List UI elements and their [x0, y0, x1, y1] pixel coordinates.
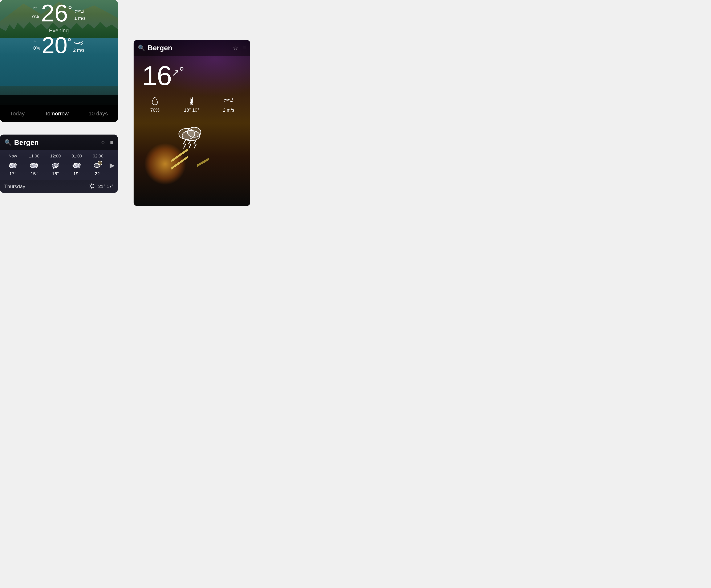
stats-row: 70% 18° 10° 2 m/s: [134, 91, 250, 117]
tab-today[interactable]: Today: [6, 109, 29, 118]
daily-row-thursday: Thursday 21° 17°: [0, 180, 118, 193]
thermometer-icon: [186, 96, 197, 106]
city-name: Bergen: [14, 138, 96, 146]
wind-stat: 2 m/s: [223, 96, 234, 113]
rain-percent-top: 0%: [32, 14, 39, 20]
hour-item-0100: 01:00 19°: [66, 154, 87, 177]
wind-speed-evening: 2 m/s: [73, 47, 85, 53]
hour-temp-1100: 15°: [30, 171, 38, 177]
rain-icon-top: [32, 7, 39, 14]
svg-line-13: [34, 40, 34, 42]
hour-label-1200: 12:00: [50, 154, 61, 159]
svg-line-1: [34, 7, 34, 9]
hour-item-now: Now 17°: [2, 154, 23, 177]
hour-item-0200: 02:00 22°: [87, 154, 109, 177]
svg-line-2: [35, 7, 35, 9]
hour-label-now: Now: [8, 154, 17, 159]
svg-point-28: [9, 164, 16, 168]
wind-icon-evening: [73, 40, 85, 46]
svg-point-33: [54, 163, 59, 167]
wind-stat-evening: 2 m/s: [73, 40, 85, 53]
humidity-icon: [150, 96, 160, 106]
sun-icon-daily: [88, 183, 96, 190]
temp-range-stat: 18° 10°: [184, 96, 199, 113]
tab-10days[interactable]: 10 days: [84, 109, 112, 118]
menu-icon-right[interactable]: ≡: [243, 45, 246, 51]
rain-percent-evening: 0%: [33, 45, 40, 51]
svg-point-39: [73, 164, 80, 168]
hour-item-1100: 11:00 15°: [23, 154, 45, 177]
widget-hourly-forecast: 🔍 Bergen ☆ ≡ Now 17° 11:00: [0, 135, 118, 193]
wind-icon-right: [223, 96, 234, 106]
svg-line-15: [36, 40, 36, 42]
day-label: Thursday: [4, 183, 88, 189]
svg-line-52: [93, 187, 94, 188]
hour-label-1100: 11:00: [29, 154, 39, 159]
hour-temp-now: 17°: [9, 171, 16, 177]
city-name-right: Bergen: [148, 44, 228, 52]
wind-value-right: 2 m/s: [223, 108, 234, 113]
search-icon-right[interactable]: 🔍: [138, 44, 145, 51]
hour-temp-1200: 16°: [52, 171, 59, 177]
humidity-stat: 70%: [150, 96, 160, 113]
scroll-arrow[interactable]: ▶: [109, 161, 116, 169]
humidity-value: 70%: [150, 108, 159, 113]
right-widget-header: 🔍 Bergen ☆ ≡: [134, 40, 250, 56]
wind-speed-top: 1 m/s: [74, 16, 86, 21]
favorite-icon[interactable]: ☆: [100, 139, 106, 146]
thunderstorm-icon: [175, 121, 209, 149]
svg-line-14: [35, 40, 35, 42]
wind-icon-top: [74, 8, 86, 15]
forecast-tabs: Today Tomorrow 10 days: [0, 105, 118, 122]
storm-weather-icon: [134, 117, 250, 151]
hour-icon-now: [7, 160, 18, 169]
rain-stat-top: 0%: [32, 7, 39, 20]
hour-temp-0100: 19°: [73, 171, 80, 177]
temp-evening: 20°: [40, 33, 73, 57]
widget-tomorrow-forecast: 0% 26°: [0, 0, 118, 122]
hour-icon-1200: [50, 160, 61, 169]
svg-point-31: [31, 164, 38, 168]
svg-line-54: [90, 187, 90, 188]
svg-rect-57: [191, 99, 192, 103]
temp-main-top: 26°: [39, 1, 74, 25]
svg-line-16: [37, 40, 37, 42]
hour-label-0200: 02:00: [93, 154, 103, 159]
rain-icon-evening: [33, 40, 40, 44]
widget-header: 🔍 Bergen ☆ ≡: [0, 135, 118, 150]
svg-point-61: [182, 131, 200, 141]
hour-icon-0100: [71, 160, 82, 169]
temp-range-value: 18° 10°: [184, 108, 199, 113]
hour-icon-0200: [93, 160, 103, 169]
hour-label-0100: 01:00: [71, 154, 82, 159]
svg-point-58: [191, 103, 192, 104]
svg-line-53: [93, 184, 94, 185]
widget-storm-detail: 🔍 Bergen ☆ ≡ 16↗° 70%: [134, 40, 250, 206]
svg-point-46: [90, 185, 93, 187]
svg-line-51: [90, 184, 90, 185]
hour-temp-0200: 22°: [95, 171, 102, 177]
main-temperature: 16↗°: [134, 56, 250, 91]
tab-tomorrow[interactable]: Tomorrow: [40, 109, 73, 118]
wind-stat-top: 1 m/s: [74, 8, 86, 21]
svg-line-0: [33, 7, 34, 9]
search-icon[interactable]: 🔍: [4, 139, 12, 146]
svg-line-3: [36, 7, 36, 9]
hourly-row: Now 17° 11:00: [0, 150, 118, 180]
hour-icon-1100: [29, 160, 39, 169]
hour-item-1200: 12:00 16°: [45, 154, 66, 177]
daily-temps: 21° 17°: [98, 184, 114, 189]
favorite-icon-right[interactable]: ☆: [233, 44, 238, 51]
menu-icon[interactable]: ≡: [110, 139, 114, 146]
rain-stat-evening: 0%: [33, 40, 40, 51]
